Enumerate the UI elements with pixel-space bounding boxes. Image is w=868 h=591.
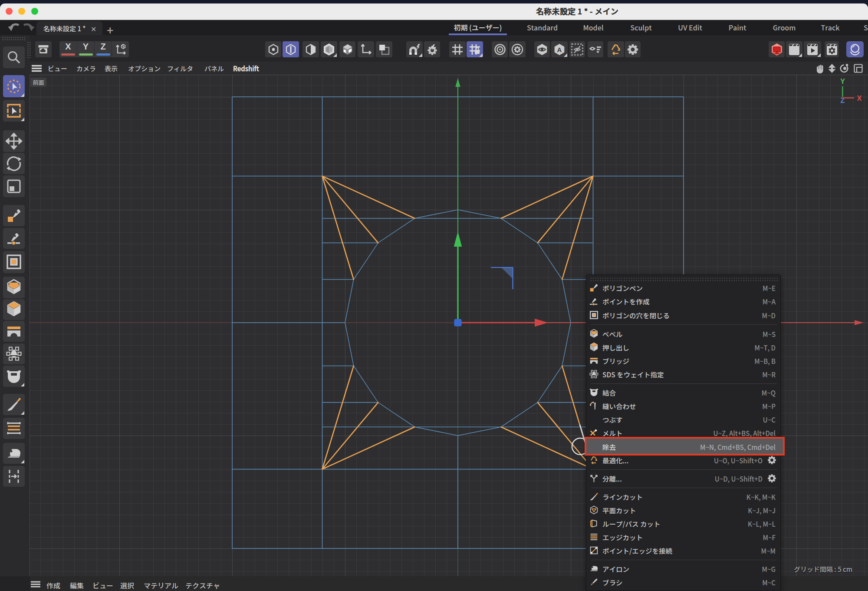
svg-text:X: X — [857, 95, 862, 102]
svg-text:Y: Y — [840, 78, 845, 85]
svg-text:A: A — [557, 46, 562, 53]
